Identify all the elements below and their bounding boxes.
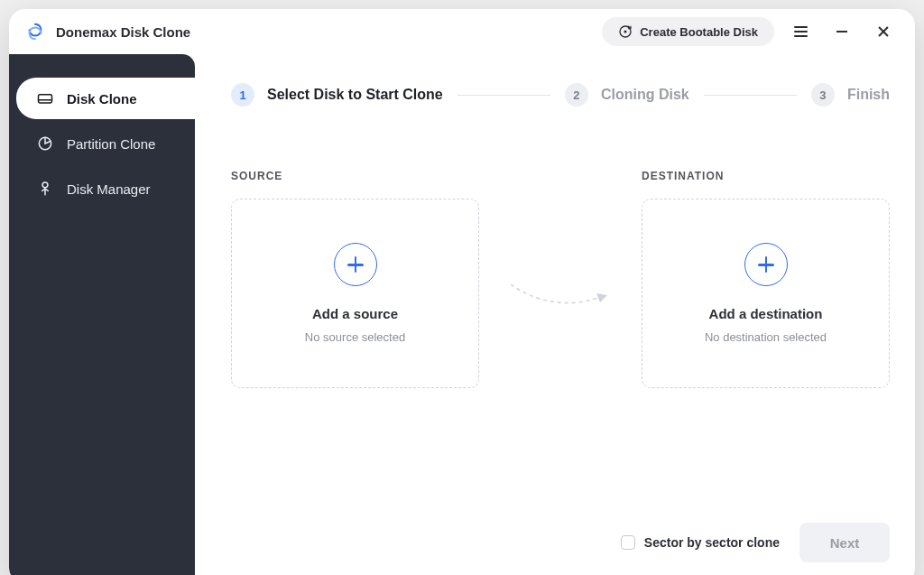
bootable-disk-icon (618, 24, 633, 39)
footer: Sector by sector clone Next (231, 523, 890, 562)
titlebar: Donemax Disk Clone Create Bootable Disk (9, 9, 915, 54)
step-1: 1 Select Disk to Start Clone (231, 83, 443, 107)
step-number: 2 (565, 83, 588, 107)
menu-button[interactable] (785, 16, 816, 47)
destination-heading: DESTINATION (642, 170, 890, 182)
checkbox-icon (621, 535, 635, 550)
add-destination-button[interactable]: Add a destination No destination selecte… (642, 199, 890, 388)
plus-icon (334, 243, 377, 286)
step-number: 3 (811, 83, 835, 107)
step-2: 2 Cloning Disk (565, 83, 689, 107)
disk-clone-icon (36, 89, 54, 107)
disk-zones: SOURCE Add a source No source selected D… (231, 170, 890, 388)
sector-by-sector-label: Sector by sector clone (644, 535, 780, 550)
app-window: Donemax Disk Clone Create Bootable Disk (9, 9, 915, 575)
sidebar-item-partition-clone[interactable]: Partition Clone (16, 123, 195, 164)
add-source-title: Add a source (312, 306, 398, 321)
sidebar-item-disk-manager[interactable]: Disk Manager (16, 168, 195, 209)
partition-clone-icon (36, 134, 54, 153)
add-destination-title: Add a destination (709, 306, 823, 321)
step-label: Cloning Disk (601, 87, 689, 103)
source-zone: SOURCE Add a source No source selected (231, 170, 479, 388)
main-content: 1 Select Disk to Start Clone 2 Cloning D… (195, 54, 915, 575)
arrow-icon (506, 199, 614, 388)
create-bootable-disk-label: Create Bootable Disk (640, 25, 758, 39)
sidebar-item-label: Disk Manager (67, 181, 151, 197)
step-number: 1 (231, 83, 254, 107)
close-button[interactable] (868, 16, 899, 47)
step-3: 3 Finish (811, 83, 890, 107)
sidebar-item-label: Disk Clone (67, 91, 137, 107)
destination-zone: DESTINATION Add a destination No destina… (642, 170, 890, 388)
add-source-subtitle: No source selected (305, 330, 405, 344)
step-divider (457, 95, 550, 96)
step-label: Finish (847, 87, 890, 103)
plus-icon (744, 243, 788, 286)
sector-by-sector-checkbox[interactable]: Sector by sector clone (621, 535, 780, 550)
create-bootable-disk-button[interactable]: Create Bootable Disk (602, 17, 774, 46)
next-button[interactable]: Next (799, 523, 890, 562)
step-indicator: 1 Select Disk to Start Clone 2 Cloning D… (231, 83, 890, 107)
hamburger-icon (794, 26, 808, 37)
add-destination-subtitle: No destination selected (705, 330, 827, 344)
minimize-button[interactable] (827, 16, 857, 47)
close-icon (877, 25, 890, 38)
app-logo-icon (25, 22, 45, 42)
app-title: Donemax Disk Clone (56, 24, 190, 40)
minimize-icon (836, 31, 847, 32)
add-source-button[interactable]: Add a source No source selected (231, 199, 479, 388)
svg-rect-2 (39, 95, 52, 103)
disk-manager-icon (36, 180, 54, 198)
svg-point-5 (42, 182, 48, 188)
source-heading: SOURCE (231, 170, 479, 182)
sidebar-item-disk-clone[interactable]: Disk Clone (16, 78, 195, 119)
svg-point-1 (624, 30, 627, 32)
step-label: Select Disk to Start Clone (267, 87, 443, 103)
step-divider (704, 95, 797, 96)
sidebar: Disk Clone Partition Clone (9, 54, 195, 575)
sidebar-item-label: Partition Clone (67, 136, 155, 152)
